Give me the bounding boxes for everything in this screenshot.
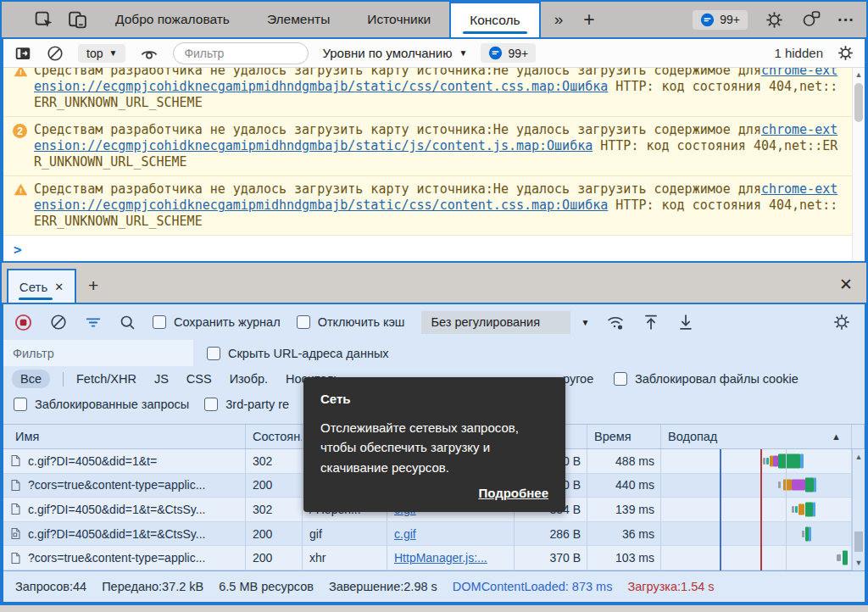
table-row[interactable]: ?cors=true&content-type=applic... 200 xh… xyxy=(3,546,865,570)
network-settings-gear-icon[interactable] xyxy=(832,313,851,331)
tab-elements[interactable]: Элементы xyxy=(248,2,348,37)
column-label: Имя xyxy=(15,430,39,443)
log-levels-dropdown[interactable]: Уровни по умолчанию ▼ xyxy=(322,46,467,60)
hide-data-urls-checkbox[interactable]: Скрыть URL-адреса данных xyxy=(207,347,389,360)
scroll-down-icon[interactable]: ▼ xyxy=(853,559,865,567)
cell-waterfall[interactable] xyxy=(661,498,852,522)
preserve-log-label: Сохранить журнал xyxy=(174,315,281,329)
chip-css[interactable]: CSS xyxy=(186,372,212,386)
initiator-link[interactable]: c.gif xyxy=(394,527,416,541)
summary-domcontentloaded: DOMContentLoaded: 873 ms xyxy=(453,580,613,593)
chat-bubble-icon xyxy=(488,46,503,60)
third-party-checkbox[interactable]: 3rd-party re xyxy=(204,398,289,411)
add-panel-icon[interactable]: + xyxy=(583,8,594,31)
column-header-status[interactable]: Состоян... xyxy=(246,425,303,448)
checkbox[interactable] xyxy=(204,398,218,411)
cell-name[interactable]: ?cors=true&content-type=applic... xyxy=(3,546,246,570)
clear-console-icon[interactable] xyxy=(46,44,64,63)
import-har-icon[interactable] xyxy=(676,313,695,331)
cell-name[interactable]: ?cors=true&content-type=applic... xyxy=(3,474,246,498)
context-selector[interactable]: top ▼ xyxy=(78,44,125,63)
scrollbar-thumb[interactable] xyxy=(854,83,863,122)
network-conditions-icon[interactable] xyxy=(605,312,626,332)
cell-size: 370 B xyxy=(515,546,587,570)
initiator-link[interactable]: HttpManager.js:... xyxy=(394,551,487,565)
add-drawer-tab-icon[interactable]: + xyxy=(88,275,98,296)
summary-finish: Завершение:2.98 s xyxy=(329,580,437,593)
column-header-name[interactable]: Имя xyxy=(3,425,246,448)
size-value: 0 B xyxy=(563,478,581,492)
waterfall-segment xyxy=(792,506,794,513)
live-expression-eye-icon[interactable] xyxy=(139,43,159,64)
console-sidebar-icon[interactable] xyxy=(14,44,32,63)
devtools-tab-bar: Добро пожаловать Элементы Источники Конс… xyxy=(2,2,866,37)
console-log: ! Средствам разработчика не удалось загр… xyxy=(3,68,865,260)
settings-gear-icon[interactable] xyxy=(763,8,785,31)
cell-waterfall[interactable] xyxy=(661,546,852,570)
tab-sources[interactable]: Источники xyxy=(348,2,449,37)
chip-other-partial[interactable]: ругое xyxy=(563,372,593,386)
notifications-badge[interactable]: 99+ xyxy=(693,10,748,30)
scroll-up-icon[interactable]: ▲ xyxy=(853,70,865,79)
network-filter-row: Скрыть URL-адреса данных xyxy=(3,340,865,366)
column-header-time[interactable]: Время xyxy=(587,425,661,448)
cell-waterfall[interactable] xyxy=(661,449,852,474)
checkbox[interactable] xyxy=(297,315,310,329)
close-tab-icon[interactable]: ✕ xyxy=(54,281,64,293)
console-warning-message[interactable]: 2 Средствам разработчика не удалось загр… xyxy=(3,117,865,176)
network-filter-input[interactable] xyxy=(3,340,193,366)
column-header-spacer xyxy=(852,425,865,448)
console-scrollbar[interactable]: ▲ xyxy=(852,68,865,260)
cell-waterfall[interactable] xyxy=(661,474,852,498)
learn-more-link[interactable]: Подробнее xyxy=(478,486,548,500)
more-tabs-icon[interactable]: » xyxy=(554,10,564,29)
checkbox[interactable] xyxy=(153,315,166,329)
drawer-tab-network[interactable]: Сеть ✕ xyxy=(7,269,76,303)
column-header-waterfall[interactable]: Водопад ▲ xyxy=(661,425,852,448)
chip-images[interactable]: Изобр. xyxy=(230,372,268,386)
blocked-requests-checkbox[interactable]: Заблокированные запросы xyxy=(14,398,189,411)
scroll-up-icon[interactable]: ▲ xyxy=(853,453,865,461)
cell-initiator[interactable]: c.gif xyxy=(387,522,515,547)
table-row[interactable]: c.gif?DI=4050&did=1&t=&CtsSy... 200 gif … xyxy=(3,522,865,547)
checkbox[interactable] xyxy=(614,372,627,386)
preserve-log-checkbox[interactable]: Сохранить журнал xyxy=(153,315,281,329)
record-network-log-icon[interactable] xyxy=(14,313,33,332)
scrollbar-thumb[interactable] xyxy=(854,531,863,552)
console-issues-badge[interactable]: 99+ xyxy=(481,43,536,63)
clear-network-log-icon[interactable] xyxy=(49,313,68,331)
console-settings-gear-icon[interactable] xyxy=(837,44,854,62)
waterfall-segment xyxy=(805,478,814,492)
cell-waterfall[interactable] xyxy=(661,522,852,547)
blocked-cookies-checkbox[interactable]: Заблокировал файлы cookie xyxy=(614,372,798,386)
device-emulation-icon[interactable] xyxy=(66,8,88,31)
export-har-icon[interactable] xyxy=(642,313,660,331)
network-scrollbar[interactable]: ▲ ▼ xyxy=(852,449,865,570)
chip-fetch-xhr[interactable]: Fetch/XHR xyxy=(76,372,136,386)
chip-all[interactable]: Все xyxy=(12,370,50,388)
more-options-icon[interactable]: ··· xyxy=(837,10,854,30)
filter-icon[interactable] xyxy=(84,313,103,331)
checkbox[interactable] xyxy=(14,398,27,411)
disable-cache-checkbox[interactable]: Отключить кэш xyxy=(297,315,405,329)
cell-name[interactable]: c.gif?DI=4050&did=1&t=&CtsSy... xyxy=(3,522,246,547)
waterfall-segment xyxy=(792,480,805,491)
inspect-element-icon[interactable] xyxy=(32,8,54,31)
tab-console[interactable]: Консоль xyxy=(449,2,541,37)
console-filter-input[interactable] xyxy=(173,42,309,64)
cell-name[interactable]: c.gif?DI=4050&did=1&t= xyxy=(3,449,246,474)
sort-ascending-icon[interactable]: ▲ xyxy=(832,431,841,442)
cell-initiator[interactable]: HttpManager.js:... xyxy=(387,546,515,570)
console-warning-message[interactable]: ! Средствам разработчика не удалось загр… xyxy=(3,68,865,117)
console-warning-message[interactable]: ! Средствам разработчика не удалось загр… xyxy=(3,176,865,236)
console-prompt[interactable]: > xyxy=(3,236,865,260)
cell-name[interactable]: c.gif?DI=4050&did=1&t=&CtsSy... xyxy=(3,498,246,522)
close-drawer-icon[interactable]: ✕ xyxy=(839,275,853,294)
chevron-down-icon[interactable]: ▼ xyxy=(581,318,590,327)
checkbox[interactable] xyxy=(207,347,220,360)
tab-welcome[interactable]: Добро пожаловать xyxy=(97,2,248,37)
throttling-select[interactable]: Без регулирования xyxy=(421,311,570,334)
search-icon[interactable] xyxy=(119,314,136,331)
chip-js[interactable]: JS xyxy=(154,372,169,386)
feedback-icon[interactable] xyxy=(800,8,822,31)
